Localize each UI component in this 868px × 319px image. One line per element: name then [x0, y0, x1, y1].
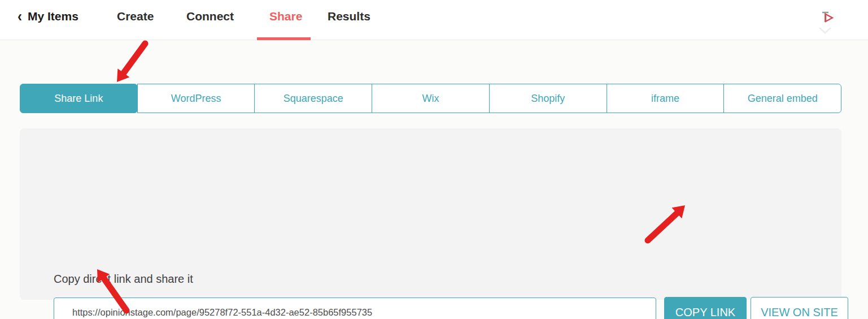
text-cursor-play-icon [818, 9, 836, 27]
nav-item-share[interactable]: Share [269, 10, 302, 23]
direct-link-input[interactable] [54, 298, 656, 319]
tab-share-link[interactable]: Share Link [20, 84, 138, 113]
back-link-label: My Items [28, 10, 78, 23]
copy-link-button[interactable]: COPY LINK [664, 297, 747, 319]
share-page: ‹ My Items Create Connect Share Results … [0, 0, 868, 319]
nav-item-create[interactable]: Create [117, 10, 154, 23]
nav-item-connect[interactable]: Connect [186, 10, 234, 23]
annotation-arrow-share-link-tab [107, 40, 155, 88]
nav-item-results[interactable]: Results [328, 10, 370, 23]
tab-iframe[interactable]: iframe [607, 84, 725, 113]
tab-shopify[interactable]: Shopify [489, 84, 607, 113]
active-nav-underline [257, 37, 311, 40]
share-method-tabs: Share Link WordPress Squarespace Wix Sho… [20, 84, 841, 113]
tab-squarespace[interactable]: Squarespace [254, 84, 372, 113]
chevron-down-icon [819, 27, 831, 34]
panel-heading: Copy direct link and share it [54, 273, 193, 286]
view-on-site-button[interactable]: VIEW ON SITE [751, 297, 848, 319]
chevron-left-icon: ‹ [18, 8, 22, 24]
back-to-my-items-link[interactable]: ‹ My Items [18, 10, 78, 23]
top-navigation-bar: ‹ My Items Create Connect Share Results [0, 0, 868, 40]
tab-wordpress[interactable]: WordPress [137, 84, 255, 113]
tab-general-embed[interactable]: General embed [723, 84, 841, 113]
share-link-panel: Copy direct link and share it COPY LINK … [20, 128, 841, 300]
tab-wix[interactable]: Wix [372, 84, 490, 113]
